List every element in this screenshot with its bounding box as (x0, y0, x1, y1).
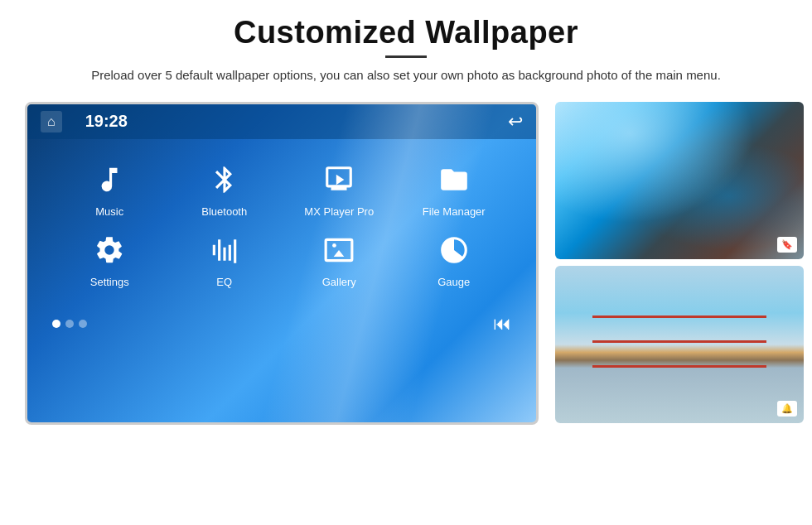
settings-icon (94, 234, 125, 271)
dot-1[interactable] (52, 320, 60, 328)
app-filemanager[interactable]: File Manager (397, 156, 512, 226)
car-screen: ⌂ 19:28 ↩ Music (25, 102, 539, 425)
back-icon[interactable]: ↩ (508, 111, 523, 132)
page-title: Customized Wallpaper (50, 15, 762, 51)
app-music-label: Music (95, 205, 123, 218)
content-area: ⌂ 19:28 ↩ Music (0, 94, 812, 425)
screen-dots (52, 320, 87, 328)
app-gallery[interactable]: Gallery (282, 226, 397, 296)
dot-3[interactable] (79, 320, 87, 328)
app-filemanager-label: File Manager (423, 205, 486, 218)
topbar-left: ⌂ 19:28 (41, 111, 128, 132)
app-gauge[interactable]: Gauge (397, 226, 512, 296)
app-bluetooth[interactable]: Bluetooth (167, 156, 283, 226)
svg-point-0 (332, 243, 336, 248)
ice-cave-bg (555, 102, 804, 259)
app-gallery-label: Gallery (322, 276, 356, 288)
prev-track-button[interactable]: ⏮ (493, 313, 511, 335)
title-divider (385, 55, 427, 58)
music-icon (94, 164, 125, 200)
app-mxplayer[interactable]: MX Player Pro (282, 156, 397, 226)
home-icon[interactable]: ⌂ (41, 111, 62, 132)
screen-bottom: ⏮ (27, 313, 536, 343)
dot-2[interactable] (65, 320, 74, 328)
app-settings-label: Settings (90, 276, 129, 288)
wallpaper-golden-gate[interactable]: 🔔 (555, 266, 804, 423)
screen-time: 19:28 (85, 112, 128, 131)
screen-topbar: ⌂ 19:28 ↩ (27, 104, 536, 139)
app-eq[interactable]: EQ (167, 226, 283, 296)
right-images: 🔖 🔔 (555, 102, 804, 423)
gallery-icon (323, 234, 355, 271)
folder-icon (438, 164, 470, 200)
app-music[interactable]: Music (52, 156, 167, 226)
wallpaper-ice-cave[interactable]: 🔖 (555, 102, 804, 259)
app-eq-label: EQ (216, 276, 232, 288)
app-grid-row1: Music Bluetooth MX Player Pro (27, 139, 536, 313)
video-icon (323, 164, 355, 200)
page-description: Preload over 5 default wallpaper options… (50, 66, 762, 85)
car-screen-wrapper: ⌂ 19:28 ↩ Music (25, 102, 547, 425)
bookmark-icon-top: 🔖 (777, 237, 797, 253)
app-gauge-label: Gauge (437, 276, 470, 288)
app-bluetooth-label: Bluetooth (201, 205, 247, 218)
golden-gate-bg (555, 266, 804, 423)
app-settings[interactable]: Settings (52, 226, 167, 296)
eq-icon (209, 234, 240, 271)
gauge-icon (438, 234, 470, 271)
app-mxplayer-label: MX Player Pro (304, 205, 374, 218)
notification-icon-bottom: 🔔 (777, 401, 797, 417)
bluetooth-icon (209, 164, 240, 200)
page-header: Customized Wallpaper Preload over 5 defa… (0, 0, 812, 94)
